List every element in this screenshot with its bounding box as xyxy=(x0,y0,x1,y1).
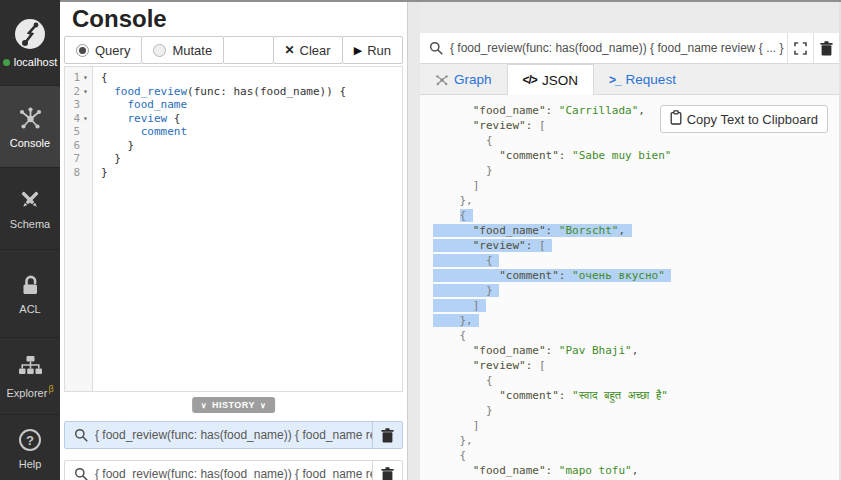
graph-icon xyxy=(435,73,449,87)
tab-json[interactable]: </>JSON xyxy=(507,64,594,95)
sidebar-item-label: Explorerβ xyxy=(6,384,53,399)
gutter-line: 8 xyxy=(65,166,92,180)
help-icon: ? xyxy=(17,427,43,453)
fold-arrow-icon[interactable]: ▾ xyxy=(80,71,91,85)
toolbar-spacer xyxy=(223,36,273,64)
fullscreen-button[interactable] xyxy=(787,33,813,63)
query-radio-label: Query xyxy=(95,43,130,58)
gutter-line: 1▾ xyxy=(65,71,92,85)
line-number: 5 xyxy=(65,125,80,139)
json-line: "comment": "очень вкусно" xyxy=(433,268,839,283)
history-toggle[interactable]: ∨ HISTORY ∨ xyxy=(192,397,276,413)
code-line: food_review(func: has(food_name)) { xyxy=(101,85,346,99)
chevron-down-icon: ∨ xyxy=(260,401,266,410)
json-line: "food_name": "Pav Bhaji", xyxy=(433,343,839,358)
json-output[interactable]: Copy Text to Clipboard "food_name": "Car… xyxy=(420,95,839,480)
code-line: review { xyxy=(101,112,346,126)
mutate-radio-label: Mutate xyxy=(172,43,212,58)
results-panel-header-spacer xyxy=(420,2,839,33)
json-line: { xyxy=(433,328,839,343)
sidebar: localhostConsoleSchemaACLExplorerβ?Help xyxy=(0,0,60,480)
sidebar-item-schema[interactable]: Schema xyxy=(0,168,60,250)
search-icon xyxy=(74,467,88,480)
acl-icon xyxy=(17,272,43,298)
json-line: { xyxy=(433,208,839,223)
sidebar-item-label: Help xyxy=(19,458,42,470)
code-line: comment xyxy=(101,125,346,139)
json-line: { xyxy=(433,133,839,148)
query-editor[interactable]: 1▾2▾34▾5678 { food_review(func: has(food… xyxy=(64,66,403,392)
json-line: { xyxy=(433,253,839,268)
fold-arrow-icon[interactable]: ▾ xyxy=(80,112,91,126)
radio-off-icon xyxy=(153,44,166,57)
run-button-label: Run xyxy=(367,43,391,58)
json-line: } xyxy=(433,283,839,298)
ratel-console-window: localhostConsoleSchemaACLExplorerβ?Help … xyxy=(0,0,841,480)
code-line: } xyxy=(101,139,346,153)
history-item-text: { food_review(func: has(food_name)) { fo… xyxy=(95,467,372,480)
clear-button[interactable]: ✕ Clear xyxy=(273,36,343,64)
text-selection: { xyxy=(433,254,499,267)
run-button[interactable]: ▶ Run xyxy=(342,36,403,64)
svg-text:?: ? xyxy=(26,433,34,448)
delete-result-button[interactable] xyxy=(813,33,839,63)
search-icon xyxy=(429,41,443,55)
gutter-line: 5 xyxy=(65,125,92,139)
history-item[interactable]: { food_review(func: has(food_name)) { fo… xyxy=(64,460,403,480)
line-number: 2 xyxy=(65,85,80,99)
copy-button-label: Copy Text to Clipboard xyxy=(687,112,818,127)
radio-on-icon xyxy=(76,44,89,57)
sidebar-item-console[interactable]: Console xyxy=(0,86,60,168)
copy-to-clipboard-button[interactable]: Copy Text to Clipboard xyxy=(660,105,828,133)
fold-arrow-icon[interactable]: ▾ xyxy=(80,85,91,99)
line-number: 8 xyxy=(65,166,80,180)
gutter-line: 3 xyxy=(65,98,92,112)
result-tabs: Graph</>JSON>_Request xyxy=(420,64,839,95)
json-tab-icon: </> xyxy=(523,73,537,87)
sidebar-item-label: Schema xyxy=(10,218,50,230)
line-number: 3 xyxy=(65,98,80,112)
console-icon xyxy=(17,105,44,132)
sidebar-item-acl[interactable]: ACL xyxy=(0,250,60,338)
json-line: ] xyxy=(433,418,839,433)
json-line: "food_name": "mapo tofu", xyxy=(433,463,839,478)
explorer-icon xyxy=(17,353,44,379)
line-number: 1 xyxy=(65,71,80,85)
json-line: "comment": "स्वाद बहुत अच्छा है" xyxy=(433,388,839,403)
text-selection: "review": [ xyxy=(433,239,552,252)
delete-history-button[interactable] xyxy=(372,461,402,480)
json-line: "review": [ xyxy=(433,358,839,373)
tab-label: JSON xyxy=(542,73,578,88)
clear-button-label: Clear xyxy=(300,43,331,58)
json-line: "food_name": "Borscht", xyxy=(433,223,839,238)
gutter-line: 2▾ xyxy=(65,85,92,99)
sidebar-item-explorer[interactable]: Explorerβ xyxy=(0,338,60,415)
sidebar-item-help[interactable]: ?Help xyxy=(0,415,60,480)
json-line: ] xyxy=(433,178,839,193)
json-line: "review": [ xyxy=(433,238,839,253)
json-line: { xyxy=(433,373,839,388)
result-query-text: { food_review(func: has(food_name)) { fo… xyxy=(450,41,787,55)
line-number: 7 xyxy=(65,152,80,166)
chevron-down-icon: ∨ xyxy=(201,401,207,410)
query-radio-button[interactable]: Query xyxy=(64,36,142,64)
tab-request[interactable]: >_Request xyxy=(594,64,691,95)
text-selection: } xyxy=(433,284,499,297)
play-icon: ▶ xyxy=(354,44,362,57)
schema-icon xyxy=(17,187,43,213)
gutter-line: 6 xyxy=(65,139,92,153)
gutter-line: 4▾ xyxy=(65,112,92,126)
tab-label: Graph xyxy=(454,72,492,87)
sidebar-item-localhost[interactable]: localhost xyxy=(0,0,60,86)
tab-graph[interactable]: Graph xyxy=(420,64,507,95)
json-line: } xyxy=(433,403,839,418)
text-selection: ] xyxy=(433,299,486,312)
json-line: }, xyxy=(433,433,839,448)
history-item[interactable]: { food_review(func: has(food_name)) { fo… xyxy=(64,421,403,449)
json-line: }, xyxy=(433,313,839,328)
delete-history-button[interactable] xyxy=(372,422,402,448)
dgraph-logo-icon xyxy=(13,17,47,51)
mutate-radio-button[interactable]: Mutate xyxy=(141,36,224,64)
page-title: Console xyxy=(72,5,407,33)
close-icon: ✕ xyxy=(285,43,295,57)
